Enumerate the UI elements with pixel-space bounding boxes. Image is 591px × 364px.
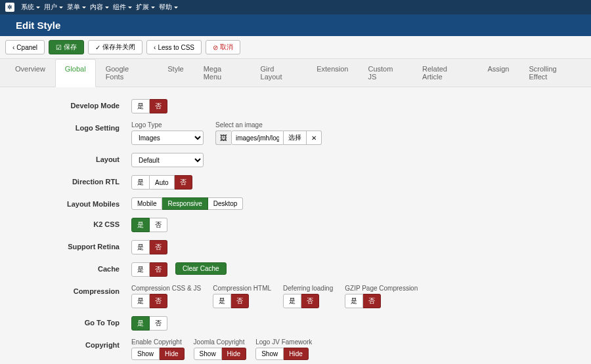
toggle-option[interactable]: Hide	[222, 348, 247, 360]
topbar-menu-菜单[interactable]: 菜单	[67, 3, 86, 12]
joomla-icon[interactable]: ✲	[5, 3, 14, 12]
sub-label: Deferring loading	[283, 285, 333, 292]
tab-content-global: Develop Mode是否Logo SettingLogo TypeImage…	[0, 87, 591, 364]
image-input-group: 🖼选择✕	[215, 131, 322, 145]
chevron-down-icon	[36, 7, 40, 9]
toggle-option[interactable]: 是	[131, 218, 150, 232]
toggle-option[interactable]: Show	[131, 348, 160, 360]
topbar-menu-组件[interactable]: 组件	[113, 3, 132, 12]
toggle-option[interactable]: 是	[345, 294, 363, 308]
toggle-option[interactable]: 是	[131, 294, 150, 308]
toggle-option[interactable]: 否	[150, 316, 167, 331]
tab-custom-js[interactable]: Custom JS	[358, 59, 412, 87]
toggle-option[interactable]: 是	[131, 99, 150, 113]
action-toolbar: ‹Cpanel ☑保存 ✓保存并关闭 ‹Less to CSS ⊘取消	[0, 36, 591, 59]
toggle-option[interactable]: 是	[131, 262, 150, 277]
toggle-option[interactable]: 否	[301, 294, 319, 308]
toggle-option[interactable]: Hide	[284, 348, 309, 360]
row-compression-label: Compression	[13, 285, 131, 295]
sub-label: GZIP Page Compression	[345, 285, 418, 292]
save-button[interactable]: ☑保存	[49, 40, 84, 54]
toggle-option[interactable]: Responsive	[162, 197, 208, 210]
row-logo-setting-label: Logo Setting	[13, 121, 131, 132]
toggle-option[interactable]: 否	[150, 99, 167, 113]
tab-mega-menu[interactable]: Mega Menu	[194, 59, 251, 87]
topbar-menu-扩展[interactable]: 扩展	[136, 3, 155, 12]
sub-label: Joomla Copyright	[194, 338, 247, 346]
toggle-option[interactable]: Desktop	[208, 197, 244, 210]
toggle-option[interactable]: 是	[131, 240, 150, 254]
image-path-input[interactable]	[231, 131, 284, 145]
admin-topbar: ✲ 系统用户菜单内容组件扩展帮助	[0, 0, 591, 14]
cancel-button[interactable]: ⊘取消	[206, 40, 240, 54]
row-direction-rtl: Direction RTL是Auto否	[0, 171, 591, 193]
row-go-to-top: Go To Top是否	[0, 312, 591, 334]
tab-global[interactable]: Global	[55, 59, 96, 87]
cancel-icon: ⊘	[213, 44, 218, 51]
topbar-menu-用户[interactable]: 用户	[44, 3, 63, 12]
chevron-left-icon: ‹	[154, 44, 156, 51]
chevron-down-icon	[174, 7, 178, 9]
toggle-option[interactable]: 否	[231, 294, 249, 308]
chevron-down-icon	[128, 7, 132, 9]
toggle-option[interactable]: Show	[194, 348, 222, 360]
clear-cache-button[interactable]: Clear Cache	[175, 262, 227, 275]
page-title: Edit Style	[16, 20, 60, 31]
row-develop-mode: Develop Mode是否	[0, 95, 591, 117]
toggle-option[interactable]: 否	[363, 294, 381, 308]
topbar-menu-内容[interactable]: 内容	[90, 3, 109, 12]
chevron-down-icon	[59, 7, 63, 9]
toggle-option[interactable]: Show	[255, 348, 284, 360]
layout-select[interactable]: Default	[131, 153, 204, 167]
row-direction-rtl-label: Direction RTL	[13, 175, 131, 186]
select-image-button[interactable]: 选择	[284, 131, 307, 145]
row-k2-css: K2 CSS是否	[0, 214, 591, 236]
toggle-option[interactable]: 否	[150, 240, 167, 254]
topbar-menu-帮助[interactable]: 帮助	[159, 3, 178, 12]
toggle-option[interactable]: Mobile	[131, 197, 162, 210]
toggle-option[interactable]: 否	[150, 218, 167, 232]
cpanel-button[interactable]: ‹Cpanel	[5, 40, 45, 54]
chevron-down-icon	[151, 7, 155, 9]
toggle-option[interactable]: Hide	[160, 348, 185, 360]
tab-assign[interactable]: Assign	[477, 59, 519, 87]
row-go-to-top-label: Go To Top	[13, 316, 131, 327]
toggle-option[interactable]: 是	[131, 175, 150, 190]
toggle-option[interactable]: 否	[150, 262, 167, 277]
toggle-option[interactable]: 是	[213, 294, 231, 308]
toggle-option[interactable]: Auto	[150, 175, 175, 190]
sub-label: Logo JV Famework	[255, 338, 312, 346]
save-close-button[interactable]: ✓保存并关闭	[88, 40, 142, 54]
tab-related-article[interactable]: Related Article	[412, 59, 477, 87]
row-cache-label: Cache	[13, 262, 131, 273]
row-k2-css-label: K2 CSS	[13, 218, 131, 228]
row-cache: Cache是否Clear Cache	[0, 258, 591, 281]
toggle-option[interactable]: 否	[150, 294, 167, 308]
topbar-menu-系统[interactable]: 系统	[21, 3, 40, 12]
less-to-css-button[interactable]: ‹Less to CSS	[146, 40, 202, 54]
tab-google-fonts[interactable]: Google Fonts	[96, 59, 158, 87]
tab-extension[interactable]: Extension	[307, 59, 358, 87]
row-layout-label: Layout	[13, 153, 131, 163]
tab-bar: OverviewGlobalGoogle FontsStyleMega Menu…	[0, 59, 591, 87]
row-copyright: CopyrightEnable CopyrightShowHideJoomla …	[0, 334, 591, 364]
row-copyright-label: Copyright	[13, 338, 131, 349]
row-layout-mobiles-label: Layout Mobiles	[13, 197, 131, 208]
row-logo-setting: Logo SettingLogo TypeImagesSelect an ima…	[0, 117, 591, 149]
image-icon: 🖼	[215, 131, 231, 145]
toggle-option[interactable]: 否	[175, 175, 192, 190]
tab-scrolling-effect[interactable]: Scrolling Effect	[519, 59, 586, 87]
clear-image-button[interactable]: ✕	[307, 131, 322, 145]
chevron-down-icon	[105, 7, 109, 9]
row-layout-mobiles: Layout MobilesMobileResponsiveDesktop	[0, 193, 591, 214]
sub-label: Logo Type	[131, 121, 204, 129]
logo-type-select[interactable]: Images	[131, 131, 204, 145]
sub-label: Compression HTML	[213, 285, 271, 292]
tab-style[interactable]: Style	[158, 59, 193, 87]
row-layout: LayoutDefault	[0, 149, 591, 171]
toggle-option[interactable]: 是	[131, 316, 150, 331]
tab-overview[interactable]: Overview	[5, 59, 55, 87]
toggle-option[interactable]: 是	[283, 294, 301, 308]
chevron-down-icon	[82, 7, 86, 9]
tab-gird-layout[interactable]: Gird Layout	[251, 59, 307, 87]
